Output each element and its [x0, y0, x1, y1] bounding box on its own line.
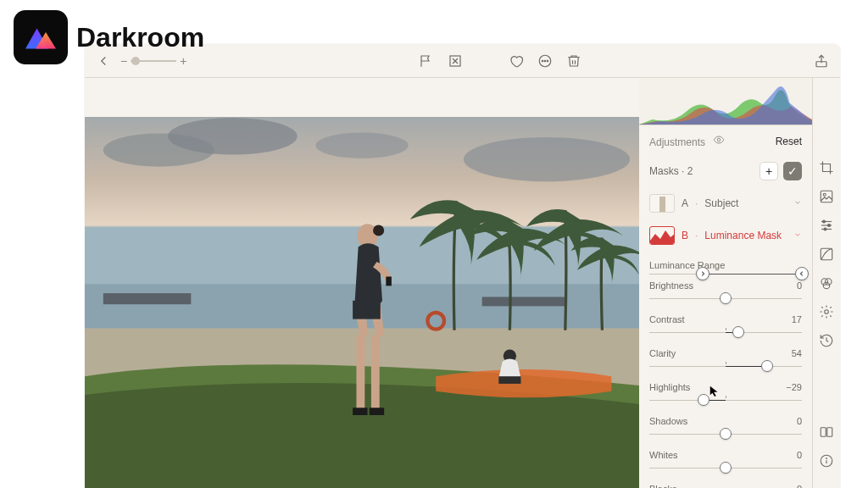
slider-blacks[interactable]: Blacks0 [639, 480, 812, 488]
chevron-down-icon [793, 197, 802, 209]
flag-button[interactable] [418, 53, 435, 69]
svg-point-14 [464, 137, 630, 181]
confirm-mask-button[interactable]: ✓ [783, 162, 802, 180]
svg-rect-25 [356, 336, 364, 409]
crop-tool[interactable] [818, 159, 835, 176]
slider-label: Blacks [649, 484, 676, 488]
svg-rect-21 [498, 376, 520, 384]
slider-brightness[interactable]: Brightness0 [639, 277, 812, 311]
mask-b-name: Luminance Mask [704, 230, 782, 241]
slider-label: Clarity [649, 348, 676, 358]
slider-value: −29 [786, 382, 802, 392]
favorite-button[interactable] [508, 53, 525, 69]
svg-point-23 [373, 225, 384, 236]
slider-label: Highlights [649, 382, 690, 392]
trash-button[interactable] [565, 53, 582, 69]
mask-item-a[interactable]: A · Subject [639, 187, 812, 219]
svg-point-7 [544, 60, 546, 62]
slider-value: 0 [797, 484, 802, 488]
adjust-tool[interactable] [818, 217, 835, 234]
slider-label: Whites [649, 450, 678, 460]
app-window: − + [85, 44, 840, 488]
slider-whites[interactable]: Whites0 [639, 446, 812, 480]
visibility-icon[interactable] [713, 134, 725, 146]
slider-label: Shadows [649, 416, 687, 426]
svg-point-33 [823, 193, 826, 196]
share-button[interactable] [813, 53, 830, 69]
slider-value: 0 [797, 450, 802, 460]
slider-highlights[interactable]: Highlights−29 [639, 379, 812, 413]
reject-button[interactable] [447, 53, 464, 69]
svg-point-30 [718, 138, 721, 141]
detail-tool[interactable] [818, 303, 835, 320]
color-tool[interactable] [818, 274, 835, 291]
tool-rail [812, 78, 840, 488]
mask-b-prefix: B [682, 230, 688, 241]
svg-rect-27 [353, 408, 367, 415]
svg-point-43 [823, 282, 830, 289]
histogram [639, 78, 812, 125]
svg-point-49 [826, 458, 827, 459]
svg-point-6 [542, 60, 543, 62]
svg-point-13 [316, 132, 409, 158]
svg-rect-28 [370, 408, 384, 415]
history-tool[interactable] [818, 332, 835, 349]
slider-contrast[interactable]: Contrast17 [639, 311, 812, 345]
svg-rect-46 [827, 428, 832, 437]
svg-rect-31 [659, 197, 665, 212]
svg-point-42 [826, 279, 832, 286]
compare-tool[interactable] [818, 424, 835, 441]
svg-rect-17 [482, 297, 565, 306]
svg-rect-45 [821, 428, 826, 437]
slider-value: 54 [792, 348, 802, 358]
svg-rect-24 [353, 301, 381, 319]
app-icon [14, 10, 68, 64]
mask-thumb-b [649, 226, 675, 245]
info-tool[interactable] [818, 452, 835, 469]
svg-rect-29 [386, 276, 392, 286]
photo-column [85, 78, 639, 488]
app-name: Darkroom [76, 22, 204, 53]
slider-clarity[interactable]: Clarity54 [639, 345, 812, 379]
curves-tool[interactable] [818, 246, 835, 263]
histogram-tool[interactable] [818, 188, 835, 205]
slider-label: Brightness [649, 280, 693, 291]
chevron-down-icon [793, 230, 802, 241]
adjustments-label: Adjustments [649, 136, 705, 148]
mask-a-name: Subject [704, 197, 738, 209]
luminance-range-label: Luminance Range [639, 252, 812, 274]
add-mask-button[interactable]: + [760, 162, 778, 180]
slider-value: 17 [792, 314, 802, 324]
photo-canvas[interactable] [85, 117, 639, 488]
svg-point-38 [828, 225, 831, 227]
svg-point-8 [547, 60, 548, 62]
adjustments-panel: Adjustments Reset Masks · 2 + ✓ [639, 78, 812, 488]
svg-point-44 [825, 310, 829, 314]
svg-rect-26 [371, 336, 380, 409]
more-button[interactable] [537, 53, 554, 69]
app-brand: Darkroom [14, 10, 204, 64]
mask-thumb-a [649, 194, 675, 213]
svg-point-37 [823, 220, 826, 223]
mask-item-b[interactable]: B · Luminance Mask [639, 219, 812, 252]
slider-value: 0 [797, 416, 802, 426]
masks-count: 2 [687, 165, 693, 177]
slider-value: 0 [797, 280, 802, 291]
reset-button[interactable]: Reset [776, 136, 802, 147]
mask-a-prefix: A [682, 197, 688, 209]
svg-rect-16 [103, 293, 192, 304]
svg-point-12 [168, 118, 298, 155]
slider-shadows[interactable]: Shadows0 [639, 413, 812, 446]
masks-label: Masks [649, 165, 679, 177]
slider-label: Contrast [649, 314, 685, 324]
svg-rect-32 [821, 191, 832, 202]
svg-point-39 [824, 228, 826, 230]
